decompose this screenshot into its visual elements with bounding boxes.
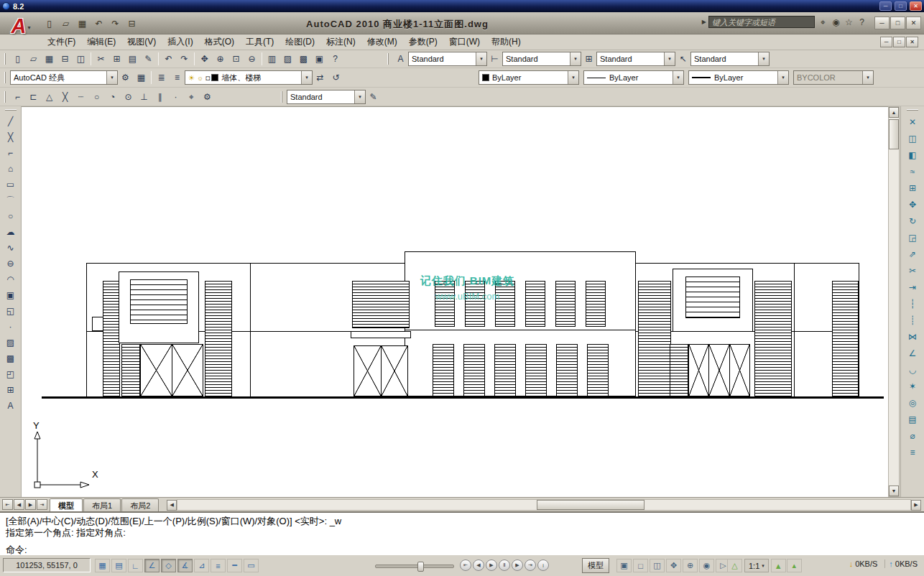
plot-icon[interactable]: ⊟ — [124, 16, 139, 31]
table-style-combo[interactable]: Standard ▾ — [596, 52, 675, 66]
snap-extension-icon[interactable]: ┈ — [73, 89, 88, 104]
qnew-icon[interactable]: ▯ — [10, 52, 25, 67]
toolbar-grip[interactable] — [5, 109, 17, 111]
snap-tangent-icon[interactable]: ⊙ — [121, 89, 136, 104]
cut-icon[interactable]: ✂ — [93, 52, 108, 67]
infocenter-arrow-icon[interactable]: ▶ — [702, 19, 706, 25]
zoom-realtime-icon[interactable]: ⊕ — [213, 52, 228, 67]
quick-properties-toggle[interactable]: ▭ — [244, 559, 259, 572]
communication-center-icon[interactable]: ◉ — [830, 16, 842, 28]
quick-view-layouts-icon[interactable]: □ — [633, 559, 648, 572]
snap-quadrant-icon[interactable]: ◔ — [105, 89, 120, 104]
scroll-right-icon[interactable]: ▶ — [911, 500, 921, 511]
vertical-scrollbar[interactable]: ▲ ▼ — [888, 106, 900, 497]
dropdown-icon[interactable]: ▾ — [673, 71, 683, 84]
explode-icon[interactable]: ✶ — [905, 379, 920, 394]
chamfer-icon[interactable]: ∠ — [905, 346, 920, 361]
insert-block-icon[interactable]: ▣ — [3, 288, 19, 302]
command-window[interactable]: [全部(A)/中心(C)/动态(D)/范围(E)/上一个(P)/比例(S)/窗口… — [0, 511, 924, 554]
snap-endpoint-icon[interactable]: ⊏ — [26, 89, 41, 104]
make-block-icon[interactable]: ◱ — [3, 304, 19, 318]
snap-center-icon[interactable]: ○ — [89, 89, 104, 104]
layer-combo[interactable]: ☀☼◘ 墙体、楼梯 ▾ — [185, 70, 313, 85]
color-combo[interactable]: ByLayer ▾ — [479, 70, 579, 85]
trim-icon[interactable]: ✂ — [905, 264, 920, 278]
copy-icon[interactable]: ⊞ — [109, 52, 124, 67]
dropdown-icon[interactable]: ▾ — [862, 71, 873, 84]
search-icon[interactable]: ⌖ — [817, 16, 829, 28]
dropdown-icon[interactable]: ▾ — [777, 71, 788, 84]
revcloud-icon[interactable]: ☁ — [3, 225, 19, 239]
multileader-style-combo[interactable]: Standard ▾ — [690, 52, 770, 66]
next-tab-button[interactable]: ▶ — [25, 499, 36, 510]
play-button[interactable]: ▶ — [486, 559, 497, 571]
scale-icon[interactable]: ◲ — [905, 231, 920, 245]
host-maximize-button[interactable]: □ — [895, 1, 907, 11]
close-button[interactable]: ✕ — [906, 17, 921, 29]
sheet-set-manager-icon[interactable]: ▣ — [312, 52, 327, 67]
toolbar-grip[interactable] — [907, 109, 918, 111]
osnap-toggle[interactable]: ◇ — [161, 559, 176, 572]
lineweight-toggle[interactable]: ━ — [227, 559, 242, 572]
save-icon[interactable]: ▦ — [75, 16, 90, 31]
group-icon[interactable]: ◎ — [905, 396, 920, 410]
match-properties-icon[interactable]: ✎ — [141, 52, 156, 67]
drawing-canvas[interactable]: 记住我们 BIM建筑 www.uBIM.com Y X — [22, 106, 888, 497]
linetype-combo[interactable]: ByLayer ▾ — [583, 70, 684, 85]
toolbar-grip[interactable] — [281, 91, 283, 103]
spline-icon[interactable]: ∿ — [3, 241, 19, 255]
point-icon[interactable]: · — [3, 320, 19, 334]
help-icon[interactable]: ? — [856, 16, 868, 28]
menu-item[interactable]: 帮助(H) — [486, 34, 527, 50]
table-icon[interactable]: ⊞ — [3, 383, 19, 397]
menu-item[interactable]: 格式(O) — [199, 34, 240, 50]
annotation-scale-control[interactable]: 1:1 ▾ — [744, 559, 769, 572]
menu-item[interactable]: 视图(V) — [121, 34, 162, 50]
extend-icon[interactable]: ⇥ — [905, 280, 920, 294]
open-icon[interactable]: ▱ — [26, 52, 41, 67]
rectangle-icon[interactable]: ▭ — [3, 177, 19, 192]
first-tab-button[interactable]: ⇤ — [2, 499, 13, 510]
table-style-icon[interactable]: ⊞ — [581, 52, 596, 67]
menu-item[interactable]: 文件(F) — [42, 34, 81, 50]
layer-states-icon[interactable]: ≡ — [170, 70, 185, 85]
annotation-scale-icon[interactable]: △ — [727, 559, 742, 572]
minimize-button[interactable]: ─ — [874, 17, 890, 29]
line-icon[interactable]: ╱ — [3, 114, 19, 129]
info-button[interactable]: i — [537, 559, 549, 571]
snap-parallel-icon[interactable]: ∥ — [152, 89, 167, 104]
doc-restore-button[interactable]: □ — [893, 37, 905, 47]
dropdown-icon[interactable]: ▾ — [354, 90, 365, 103]
text-style-icon[interactable]: A — [393, 52, 408, 67]
plot-icon[interactable]: ⊟ — [57, 52, 73, 67]
dropdown-icon[interactable]: ▾ — [758, 52, 769, 65]
last-tab-button[interactable]: ⇥ — [37, 499, 47, 510]
osnap-settings-icon[interactable]: ⚙ — [200, 89, 215, 104]
toolbar-grip[interactable] — [4, 53, 6, 65]
menu-item[interactable]: 修改(M) — [361, 34, 403, 50]
recorder-slider[interactable] — [375, 565, 454, 568]
hatch-icon[interactable]: ▨ — [3, 335, 19, 350]
polygon-icon[interactable]: ⌂ — [3, 162, 19, 176]
step-button[interactable]: ▶ — [512, 559, 523, 571]
zoom-icon[interactable]: ⊕ — [683, 559, 698, 572]
paste-icon[interactable]: ▤ — [125, 52, 140, 67]
properties-icon[interactable]: ▥ — [264, 52, 279, 67]
polyline-icon[interactable]: ⌐ — [3, 146, 19, 160]
host-close-button[interactable]: ✕ — [910, 1, 922, 11]
multileader-style-icon[interactable]: ↖ — [675, 52, 690, 67]
menu-item[interactable]: 窗口(W) — [443, 34, 486, 50]
erase-icon[interactable]: ✕ — [905, 115, 920, 129]
region-icon[interactable]: ◰ — [3, 367, 19, 381]
snap-nearest-icon[interactable]: ⌖ — [184, 89, 199, 104]
undo-icon[interactable]: ↶ — [91, 16, 106, 31]
snap-from-icon[interactable]: ⌐ — [10, 89, 25, 104]
host-minimize-button[interactable]: ─ — [879, 1, 892, 11]
infocenter-search-input[interactable] — [708, 16, 815, 28]
move-icon[interactable]: ✥ — [905, 198, 920, 212]
ortho-toggle[interactable]: ∟ — [128, 559, 143, 572]
pause-button[interactable]: Ⅱ — [499, 559, 510, 571]
fillet-icon[interactable]: ◡ — [905, 363, 920, 377]
dropdown-icon[interactable]: ▾ — [301, 71, 312, 84]
layer-previous-icon[interactable]: ↺ — [328, 70, 343, 85]
